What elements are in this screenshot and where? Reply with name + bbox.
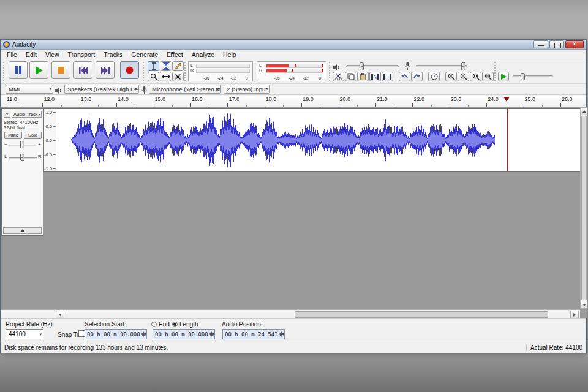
close-button[interactable]: ×: [565, 40, 584, 48]
menu-file[interactable]: File: [2, 50, 21, 59]
menu-transport[interactable]: Transport: [64, 50, 100, 59]
draw-tool-button[interactable]: [172, 61, 184, 71]
vertical-scroll-thumb[interactable]: [581, 116, 587, 300]
audio-position-field[interactable]: 00 h 00 m 24.543 s: [222, 329, 285, 339]
vertical-scrollbar[interactable]: [580, 107, 587, 309]
track-collapse-button[interactable]: [3, 227, 42, 234]
playback-speed-slider[interactable]: [513, 75, 553, 77]
maximize-button[interactable]: [549, 40, 564, 48]
vruler-tick: [53, 154, 56, 155]
fit-selection-button[interactable]: [470, 72, 481, 81]
solo-button[interactable]: Solo: [24, 132, 42, 139]
playback-meter[interactable]: L R -36 -24 -12 0: [188, 61, 253, 81]
toolbar-grip[interactable]: [184, 62, 187, 81]
skip-to-start-button[interactable]: [74, 61, 92, 79]
vruler-tick: [53, 140, 56, 141]
zoom-out-button[interactable]: [458, 72, 469, 81]
playback-cursor: [507, 109, 508, 172]
vruler-tick: [53, 112, 56, 113]
minimize-button[interactable]: [533, 40, 548, 48]
selection-tool-button[interactable]: [148, 61, 159, 71]
stop-button[interactable]: [51, 61, 70, 79]
recording-level-fill: [266, 69, 287, 72]
play-button[interactable]: [29, 61, 48, 79]
length-radio-label[interactable]: Length: [179, 321, 198, 328]
menu-help[interactable]: Help: [219, 50, 241, 59]
toolbar-grip[interactable]: [3, 62, 6, 81]
menu-effect[interactable]: Effect: [162, 50, 187, 59]
ibeam-icon: [151, 62, 157, 70]
zoom-tool-button[interactable]: [148, 72, 159, 81]
input-channels-select[interactable]: 2 (Stereo) Input C: [224, 85, 270, 94]
output-device-select[interactable]: Speakers (Realtek High Definit: [64, 85, 139, 94]
project-rate-select[interactable]: 44100: [6, 329, 43, 339]
gain-slider-knob[interactable]: [20, 141, 24, 148]
meter-scale-label: -36: [203, 76, 209, 80]
timeshift-tool-button[interactable]: [160, 72, 172, 81]
sync-lock-button[interactable]: [428, 72, 440, 81]
horizontal-scrollbar[interactable]: [1, 309, 580, 318]
undo-button[interactable]: [399, 72, 410, 81]
track-waveform[interactable]: [57, 109, 580, 172]
menu-edit[interactable]: Edit: [21, 50, 41, 59]
timeline-ruler[interactable]: 11.012.013.014.015.016.017.018.019.020.0…: [1, 96, 586, 107]
record-button[interactable]: [120, 61, 139, 79]
track-area[interactable]: × Audio Track Stereo, 44100Hz 32-bit flo…: [1, 107, 587, 318]
scroll-right-button[interactable]: [570, 311, 579, 318]
pause-button[interactable]: [9, 61, 28, 79]
zoom-in-button[interactable]: [445, 72, 457, 81]
input-volume-knob[interactable]: [461, 62, 466, 70]
paste-button[interactable]: [357, 72, 369, 81]
end-radio-label[interactable]: End: [159, 321, 170, 328]
cut-button[interactable]: [333, 72, 344, 81]
scroll-down-button[interactable]: [581, 301, 587, 309]
arrow-up-icon: [279, 331, 283, 334]
playback-speed-knob[interactable]: [521, 73, 525, 80]
field-spinner[interactable]: [208, 330, 214, 338]
length-radio[interactable]: [172, 322, 178, 327]
magnifier-icon: [150, 73, 157, 80]
skip-to-end-button[interactable]: [96, 61, 115, 79]
scroll-up-button[interactable]: [581, 107, 587, 115]
end-radio[interactable]: [151, 322, 157, 327]
pan-slider-knob[interactable]: [20, 154, 24, 161]
chevron-down-icon: [266, 86, 268, 91]
recording-meter[interactable]: L R -36 -24 -12 0: [257, 61, 326, 81]
horizontal-scroll-thumb[interactable]: [295, 311, 548, 318]
output-volume-knob[interactable]: [360, 62, 364, 70]
toolbar-grip[interactable]: [494, 62, 497, 81]
fit-project-button[interactable]: [482, 72, 494, 81]
output-device-value: Speakers (Realtek High Definit: [67, 86, 139, 92]
input-volume-slider[interactable]: [416, 65, 467, 67]
trim-button[interactable]: [369, 72, 381, 81]
selection-start-field[interactable]: 00 h 00 m 00.000 s: [85, 329, 147, 339]
audio-host-select[interactable]: MME: [6, 85, 53, 94]
menu-tracks[interactable]: Tracks: [99, 50, 127, 59]
pan-right-label: R: [38, 154, 42, 159]
ruler-minor-tick: [357, 105, 358, 107]
track-close-button[interactable]: ×: [4, 111, 10, 118]
play-at-speed-button[interactable]: [498, 72, 509, 81]
track-name-select[interactable]: Audio Track: [12, 111, 42, 118]
menu-generate[interactable]: Generate: [127, 50, 162, 59]
copy-button[interactable]: [345, 72, 356, 81]
menu-analyze[interactable]: Analyze: [187, 50, 219, 59]
redo-button[interactable]: [411, 72, 423, 81]
meter-channel-label: L: [259, 63, 262, 67]
input-device-select[interactable]: Microphone (Yeti Stereo Micro: [149, 85, 221, 94]
silence-button[interactable]: [382, 72, 393, 81]
output-volume-slider[interactable]: [346, 65, 399, 67]
menu-view[interactable]: View: [41, 50, 64, 59]
toolbar-grip[interactable]: [329, 62, 332, 81]
scroll-left-button[interactable]: [56, 311, 64, 318]
vertical-ruler[interactable]: 1.0 0.5 0.0 -0.5 -1.0: [44, 109, 56, 172]
field-spinner[interactable]: [278, 330, 284, 338]
field-spinner[interactable]: [140, 330, 146, 338]
selection-length-field[interactable]: 00 h 00 m 00.000 s: [153, 329, 215, 339]
toolbar-grip[interactable]: [143, 62, 146, 81]
multi-tool-button[interactable]: [172, 72, 184, 81]
title-bar[interactable]: Audacity ×: [1, 40, 586, 50]
envelope-tool-button[interactable]: [160, 61, 172, 71]
ruler-minor-tick: [431, 105, 432, 107]
mute-button[interactable]: Mute: [4, 132, 22, 139]
